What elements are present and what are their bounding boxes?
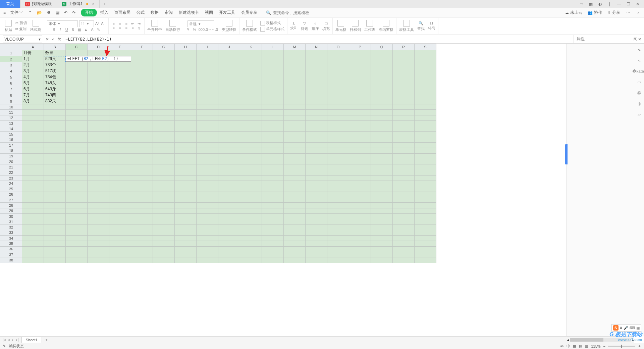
row-header[interactable]: 35 (0, 241, 22, 246)
cell[interactable] (240, 115, 262, 120)
cell[interactable] (109, 225, 131, 230)
col-header[interactable]: M (284, 44, 306, 50)
cell[interactable] (284, 137, 306, 142)
location-tool-icon[interactable]: ◎ (636, 101, 642, 107)
cell[interactable] (262, 257, 284, 263)
cell[interactable] (349, 68, 371, 74)
cell[interactable] (262, 98, 284, 104)
cell[interactable] (284, 80, 306, 86)
cell[interactable] (153, 120, 175, 126)
cell[interactable] (262, 164, 284, 170)
cell[interactable] (284, 175, 306, 181)
tab-layout[interactable]: 页面布局 (112, 8, 133, 17)
sheet-first-icon[interactable]: |◂ (3, 338, 6, 342)
cell[interactable] (262, 225, 284, 230)
col-header[interactable]: R (393, 44, 415, 50)
italic-icon[interactable]: I (58, 28, 63, 32)
collab-button[interactable]: 👥协作 (586, 9, 603, 16)
cell[interactable] (66, 159, 88, 164)
cell[interactable] (393, 192, 415, 197)
cell[interactable] (175, 132, 197, 137)
cell[interactable] (44, 192, 66, 197)
cell[interactable] (88, 115, 109, 120)
cell[interactable] (306, 192, 327, 197)
cell[interactable] (262, 197, 284, 203)
cell[interactable] (131, 68, 153, 74)
cell[interactable] (393, 170, 415, 175)
cell[interactable] (284, 62, 306, 68)
cell[interactable] (349, 62, 371, 68)
cell[interactable] (88, 86, 109, 92)
cell[interactable] (240, 175, 262, 181)
row-header[interactable]: 27 (0, 197, 22, 203)
cell[interactable] (131, 143, 153, 148)
cell[interactable] (197, 120, 218, 126)
cell[interactable] (371, 148, 393, 153)
cell[interactable] (109, 170, 131, 175)
cell[interactable] (109, 104, 131, 110)
ch-icon[interactable]: 中 (567, 344, 570, 349)
cell[interactable] (306, 98, 327, 104)
cell[interactable] (371, 252, 393, 257)
row-header[interactable]: 20 (0, 159, 22, 164)
cell[interactable] (240, 197, 262, 203)
cell[interactable] (175, 192, 197, 197)
cell[interactable] (284, 164, 306, 170)
cell[interactable] (66, 80, 88, 86)
cell[interactable] (44, 213, 66, 219)
cell[interactable] (131, 110, 153, 115)
cell[interactable] (197, 164, 218, 170)
cell[interactable] (240, 252, 262, 257)
cell[interactable] (44, 197, 66, 203)
cell[interactable] (22, 213, 44, 219)
cell[interactable] (131, 252, 153, 257)
cell[interactable] (393, 230, 415, 235)
cell[interactable] (415, 137, 436, 142)
cell[interactable] (262, 86, 284, 92)
cell[interactable] (153, 230, 175, 235)
cell[interactable] (284, 126, 306, 132)
cell[interactable] (153, 92, 175, 98)
hamburger-icon[interactable]: ≡ (2, 10, 7, 16)
cell[interactable] (153, 197, 175, 203)
cell[interactable] (284, 132, 306, 137)
cell[interactable] (306, 56, 327, 62)
cell[interactable] (153, 143, 175, 148)
cell[interactable] (284, 219, 306, 225)
cell[interactable] (153, 236, 175, 241)
col-header[interactable]: N (306, 44, 327, 50)
cell[interactable] (349, 50, 371, 56)
cell[interactable] (175, 257, 197, 263)
cell[interactable] (131, 230, 153, 235)
cell[interactable] (284, 110, 306, 115)
cell[interactable] (88, 50, 109, 56)
cell[interactable] (262, 241, 284, 246)
cell[interactable] (371, 257, 393, 263)
cell[interactable] (175, 208, 197, 213)
cell[interactable] (327, 80, 349, 86)
row-header[interactable]: 34 (0, 236, 22, 241)
cell[interactable] (262, 230, 284, 235)
cell[interactable] (415, 98, 436, 104)
cell[interactable]: 643斤 (44, 86, 66, 92)
view-normal-icon[interactable]: ▦ (573, 344, 576, 348)
select-all-corner[interactable] (0, 44, 22, 50)
cell[interactable] (44, 186, 66, 192)
tab-workbook[interactable]: S 工作簿1 × (57, 0, 100, 8)
row-header[interactable]: 31 (0, 219, 22, 225)
cell[interactable] (415, 62, 436, 68)
cell[interactable] (22, 132, 44, 137)
cell[interactable] (175, 148, 197, 153)
cell[interactable] (88, 186, 109, 192)
cell[interactable]: 数量 (44, 50, 66, 56)
cell[interactable] (153, 257, 175, 263)
cell[interactable] (415, 110, 436, 115)
cell[interactable] (349, 137, 371, 142)
cell[interactable] (22, 120, 44, 126)
cell[interactable] (240, 143, 262, 148)
cell[interactable] (131, 104, 153, 110)
cell[interactable] (306, 110, 327, 115)
cell[interactable] (415, 230, 436, 235)
comma-icon[interactable]: 000 (199, 28, 203, 32)
cell[interactable] (197, 257, 218, 263)
